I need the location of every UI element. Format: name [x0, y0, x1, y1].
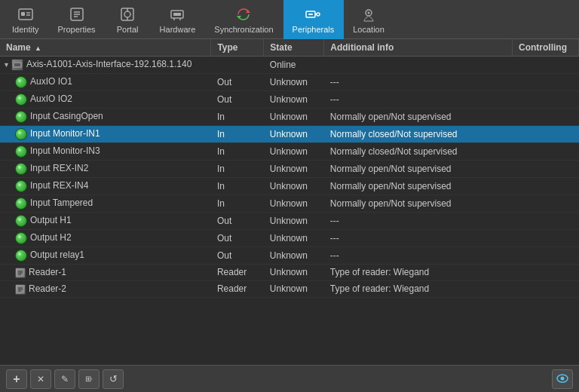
prop-icon	[68, 5, 86, 23]
cell-state: Unknown	[264, 178, 324, 195]
cell-type: Out	[211, 213, 264, 230]
delete-button[interactable]: ✕	[30, 369, 51, 389]
bottom-toolbar: + ✕ ✎ ⊞· ↺	[0, 365, 579, 392]
cell-name: Input CasingOpen	[0, 109, 211, 126]
sync-icon	[234, 5, 253, 23]
code-button[interactable]: ⊞·	[78, 369, 100, 389]
table-row[interactable]: Input CasingOpenInUnknownNormally open/N…	[0, 109, 579, 126]
cell-name: Output relay1	[0, 247, 211, 265]
nav-item-portal[interactable]: Portal	[106, 0, 151, 39]
cell-state: Online	[264, 57, 324, 74]
add-button[interactable]: +	[6, 369, 27, 389]
cell-name: ▼ Axis-A1001-Axis-Interface-192.168.1.14…	[0, 57, 211, 74]
svg-rect-19	[308, 14, 313, 15]
svg-point-27	[18, 96, 21, 100]
col-header-controlling[interactable]: Controlling	[513, 39, 579, 57]
table-row[interactable]: Input Monitor-IN1InUnknownNormally close…	[0, 126, 579, 143]
cell-additional: Type of reader: Wiegand	[324, 265, 513, 281]
svg-point-30	[18, 149, 21, 152]
table-row[interactable]: Reader-2ReaderUnknownType of reader: Wie…	[0, 280, 579, 297]
cell-controlling	[513, 265, 579, 281]
main-content: Name ▲ Type State Additional info Contro…	[0, 39, 579, 392]
cell-name-text: Reader-2	[29, 283, 66, 294]
svg-point-31	[18, 166, 21, 169]
svg-point-26	[18, 79, 21, 82]
row-icon-green	[15, 215, 27, 227]
row-icon-green	[15, 145, 27, 158]
cell-controlling	[513, 126, 579, 143]
edit-icon: ✎	[61, 374, 69, 384]
table-row[interactable]: ▼ Axis-A1001-Axis-Interface-192.168.1.14…	[0, 57, 579, 74]
cell-state: Unknown	[264, 126, 324, 143]
cell-state: Unknown	[264, 195, 324, 213]
cell-additional: Normally open/Not supervised	[324, 161, 513, 178]
nav-label-synchronization: Synchronization	[214, 25, 273, 34]
col-header-name[interactable]: Name ▲	[0, 39, 211, 57]
edit-button[interactable]: ✎	[54, 369, 75, 389]
cell-additional: ---	[324, 230, 513, 247]
cell-state: Unknown	[264, 247, 324, 265]
cell-state: Unknown	[264, 74, 324, 91]
cell-name-text: AuxIO IO1	[30, 76, 72, 87]
cell-name: AuxIO IO1	[0, 74, 211, 91]
cell-controlling	[513, 57, 579, 74]
refresh-button[interactable]: ↺	[103, 369, 124, 389]
col-header-type[interactable]: Type	[211, 39, 264, 57]
table-row[interactable]: AuxIO IO1OutUnknown---	[0, 74, 579, 91]
svg-rect-13	[173, 13, 181, 16]
table-row[interactable]: Input REX-IN4InUnknownNormally open/Not …	[0, 178, 579, 195]
cell-type: Out	[211, 74, 264, 91]
nav-item-peripherals[interactable]: Peripherals	[283, 0, 345, 39]
cell-controlling	[513, 247, 579, 265]
cell-additional: Normally open/Not supervised	[324, 109, 513, 126]
nav-label-location: Location	[353, 25, 384, 34]
nav-item-properties[interactable]: Properties	[48, 0, 105, 39]
cell-controlling	[513, 280, 579, 297]
nav-label-hardware: Hardware	[160, 25, 196, 34]
cell-controlling	[513, 161, 579, 178]
cell-name-text: Input REX-IN4	[30, 180, 88, 191]
cell-name-text: Output relay1	[30, 250, 84, 260]
table-body: ▼ Axis-A1001-Axis-Interface-192.168.1.14…	[0, 57, 579, 298]
cell-additional: Type of reader: Wiegand	[324, 280, 513, 297]
hw-icon	[168, 5, 186, 23]
row-icon-green	[15, 163, 27, 175]
table-row[interactable]: AuxIO IO2OutUnknown---	[0, 91, 579, 109]
table-row[interactable]: Input REX-IN2InUnknownNormally open/Not …	[0, 161, 579, 178]
row-icon-green	[15, 76, 27, 88]
svg-point-46	[561, 376, 565, 380]
cell-name-text: Input CasingOpen	[30, 111, 103, 121]
row-icon-reader	[15, 268, 26, 278]
svg-point-35	[18, 235, 21, 238]
table-row[interactable]: Input Monitor-IN3InUnknownNormally close…	[0, 143, 579, 161]
col-header-additional[interactable]: Additional info	[324, 39, 513, 57]
cell-state: Unknown	[264, 91, 324, 109]
table-row[interactable]: Output relay1OutUnknown---	[0, 247, 579, 265]
nav-item-synchronization[interactable]: Synchronization	[205, 0, 283, 39]
svg-point-21	[317, 13, 320, 16]
table-row[interactable]: Reader-1ReaderUnknownType of reader: Wie…	[0, 265, 579, 281]
nav-item-identity[interactable]: Identity	[3, 0, 48, 39]
cell-state: Unknown	[264, 161, 324, 178]
col-header-state[interactable]: State	[264, 39, 324, 57]
table-row[interactable]: Output H1OutUnknown---	[0, 213, 579, 230]
cell-additional: ---	[324, 74, 513, 91]
cell-name-text: Input Monitor-IN3	[30, 145, 100, 156]
view-button[interactable]	[552, 369, 573, 389]
table-area[interactable]: Name ▲ Type State Additional info Contro…	[0, 39, 579, 365]
table-row[interactable]: Input TamperedInUnknownNormally open/Not…	[0, 195, 579, 213]
nav-item-hardware[interactable]: Hardware	[151, 0, 206, 39]
svg-point-36	[18, 253, 21, 256]
nav-label-properties: Properties	[57, 25, 95, 34]
cell-state: Unknown	[264, 213, 324, 230]
cell-type: Out	[211, 91, 264, 109]
cell-name: Reader-2	[0, 280, 211, 297]
cell-additional: Normally open/Not supervised	[324, 178, 513, 195]
table-row[interactable]: Output H2OutUnknown---	[0, 230, 579, 247]
code-icon: ⊞·	[85, 375, 93, 383]
cell-additional: Normally closed/Not supervised	[324, 143, 513, 161]
cell-type: In	[211, 126, 264, 143]
nav-item-location[interactable]: Location	[344, 0, 394, 39]
row-icon-reader	[15, 284, 26, 295]
cell-controlling	[513, 178, 579, 195]
